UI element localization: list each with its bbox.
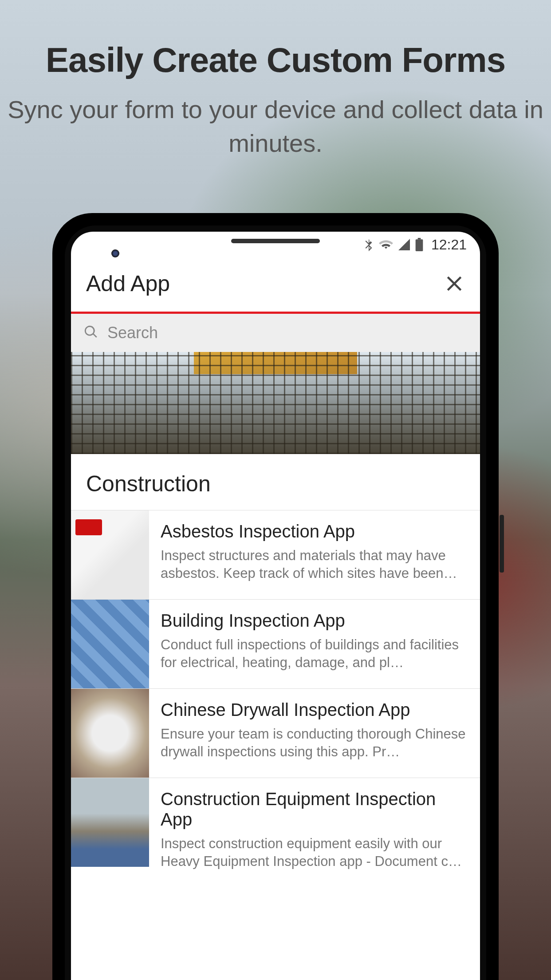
list-item[interactable]: Chinese Drywall Inspection AppEnsure you… [71,688,480,778]
list-item-thumbnail [71,778,149,867]
marketing-copy: Easily Create Custom Forms Sync your for… [0,40,551,160]
list-item-thumbnail [71,600,149,688]
list-item-title: Construction Equipment Inspection App [161,789,468,830]
close-icon [445,274,464,293]
list-item-description: Conduct full inspections of buildings an… [161,636,468,672]
phone-frame: 12:21 Add App Construction Asbesto [52,213,499,980]
list-item-thumbnail [71,689,149,778]
list-item-title: Asbestos Inspection App [161,521,468,541]
search-bar[interactable] [71,314,480,352]
list-item[interactable]: Building Inspection AppConduct full insp… [71,599,480,688]
wifi-icon [379,239,393,250]
list-item-description: Inspect structures and materials that ma… [161,547,468,583]
category-hero-image [71,352,480,454]
phone-camera [111,249,119,257]
marketing-headline: Easily Create Custom Forms [0,40,551,80]
phone-power-button [500,515,504,573]
list-item-title: Building Inspection App [161,610,468,631]
search-icon [83,324,98,341]
list-item-description: Inspect construction equipment easily wi… [161,835,468,871]
promo-background: Easily Create Custom Forms Sync your for… [0,0,551,980]
marketing-subhead: Sync your form to your device and collec… [0,93,551,160]
signal-icon [398,239,410,250]
list-item-body: Asbestos Inspection AppInspect structure… [161,510,480,599]
status-bar: 12:21 [71,232,480,257]
list-item-body: Building Inspection AppConduct full insp… [161,600,480,688]
battery-icon [415,238,423,251]
list-item-body: Chinese Drywall Inspection AppEnsure you… [161,689,480,778]
app-list[interactable]: Asbestos Inspection AppInspect structure… [71,510,480,980]
list-item-body: Construction Equipment Inspection AppIns… [161,778,480,881]
list-item[interactable]: Asbestos Inspection AppInspect structure… [71,510,480,599]
app-header: Add App [71,257,480,314]
app-screen: 12:21 Add App Construction Asbesto [71,232,480,980]
svg-rect-1 [416,239,423,251]
list-item[interactable]: Construction Equipment Inspection AppIns… [71,778,480,881]
phone-speaker [231,239,320,243]
svg-rect-0 [418,238,421,239]
list-item-thumbnail [71,510,149,599]
bluetooth-icon [364,238,374,251]
search-input[interactable] [107,324,468,342]
list-item-title: Chinese Drywall Inspection App [161,699,468,720]
section-title: Construction [71,454,480,510]
list-item-description: Ensure your team is conducting thorough … [161,725,468,761]
status-time: 12:21 [431,237,467,253]
page-title: Add App [86,271,170,296]
close-button[interactable] [444,273,465,294]
